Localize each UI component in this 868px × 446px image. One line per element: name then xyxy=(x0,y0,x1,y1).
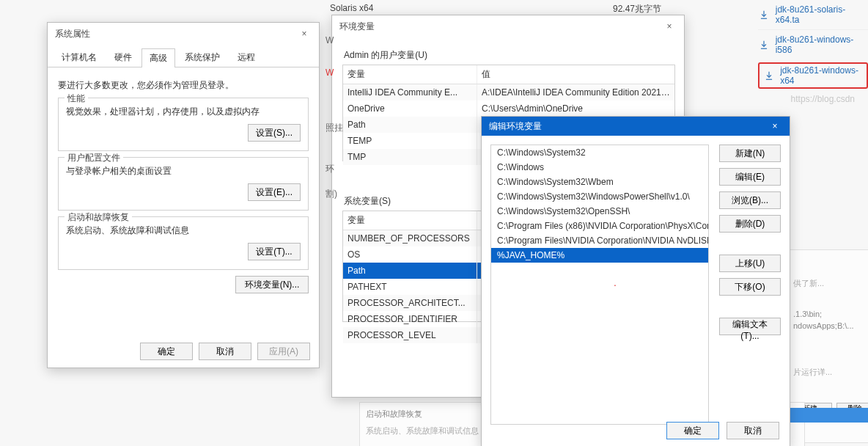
user-profiles-group: 用户配置文件 与登录帐户相关的桌面设置 设置(E)... xyxy=(58,157,309,211)
close-icon[interactable]: × xyxy=(765,118,785,134)
list-item[interactable]: C:\Program Files (x86)\NVIDIA Corporatio… xyxy=(491,219,708,233)
path-list[interactable]: C:\Windows\System32C:\WindowsC:\Windows\… xyxy=(490,145,709,425)
env-vars-button[interactable]: 环境变量(N)... xyxy=(235,276,309,293)
ghost-line: ndowsApps;B:\... xyxy=(793,321,868,330)
table-row[interactable]: OneDriveC:\Users\Admin\OneDrive xyxy=(343,100,674,117)
download-label: jdk-8u261-windows-x64 xyxy=(780,65,862,86)
new-button[interactable]: 新建(N) xyxy=(719,145,781,162)
red-dot: . xyxy=(614,277,617,288)
cancel-button[interactable]: 取消 xyxy=(199,343,251,360)
perf-settings-button[interactable]: 设置(S)... xyxy=(248,124,301,142)
cancel-button[interactable]: 取消 xyxy=(727,422,779,439)
bg-size: 92.47兆字节 xyxy=(613,3,661,15)
move-up-button[interactable]: 上移(U) xyxy=(719,255,781,272)
user-vars-label: Admin 的用户变量(U) xyxy=(344,49,674,62)
col-variable: 变量 xyxy=(343,65,477,84)
download-label: jdk-8u261-solaris-x64.ta xyxy=(776,4,868,25)
delete-button[interactable]: 删除(D) xyxy=(719,215,781,233)
list-item[interactable]: %JAVA_HOME% xyxy=(491,248,708,263)
download-label: jdk-8u261-windows-i586 xyxy=(776,34,868,55)
close-icon[interactable]: × xyxy=(294,26,315,42)
group-legend: 启动和故障恢复 xyxy=(65,211,132,224)
tab-remote[interactable]: 远程 xyxy=(229,48,263,67)
group-desc: 视觉效果，处理器计划，内存使用，以及虚拟内存 xyxy=(66,106,301,118)
performance-group: 性能 视觉效果，处理器计划，内存使用，以及虚拟内存 设置(S)... xyxy=(58,98,309,151)
list-item[interactable]: C:\Windows\System32\OpenSSH\ xyxy=(491,204,708,219)
browse-button[interactable]: 浏览(B)... xyxy=(719,191,781,209)
ghost-line: .1.3\bin; xyxy=(793,310,868,318)
list-item[interactable]: C:\Windows\System32\Wbem xyxy=(491,175,708,189)
group-legend: 性能 xyxy=(65,92,88,105)
download-link-2[interactable]: jdk-8u261-windows-i586 xyxy=(758,29,868,59)
profile-settings-button[interactable]: 设置(E)... xyxy=(248,183,301,201)
bg-solaris: Solaris x64 xyxy=(330,3,373,13)
startup-settings-button[interactable]: 设置(T)... xyxy=(248,243,301,260)
download-icon xyxy=(758,39,770,51)
edit-text-button[interactable]: 编辑文本(T)... xyxy=(719,318,781,335)
tab-computer-name[interactable]: 计算机名 xyxy=(54,48,105,67)
download-link-1[interactable]: jdk-8u261-solaris-x64.ta xyxy=(758,0,868,29)
close-icon[interactable]: × xyxy=(659,18,680,34)
group-desc: 与登录帐户相关的桌面设置 xyxy=(66,165,301,178)
edit-button[interactable]: 编辑(E) xyxy=(719,168,781,186)
list-item[interactable]: C:\Windows xyxy=(491,160,708,175)
watermark: https://blog.csdn xyxy=(791,94,855,104)
ok-button[interactable]: 确定 xyxy=(666,422,719,439)
system-properties-dialog: 系统属性 × 计算机名 硬件 高级 系统保护 远程 要进行大多数更改，您必须作为… xyxy=(47,22,320,368)
col-value: 值 xyxy=(477,65,674,84)
group-desc: 系统启动、系统故障和调试信息 xyxy=(66,224,301,237)
tab-hardware[interactable]: 硬件 xyxy=(106,48,140,67)
table-row[interactable]: IntelliJ IDEA Community E...A:\IDEA\Inte… xyxy=(343,84,674,100)
dialog-title: 系统属性 xyxy=(55,28,90,40)
download-link-3[interactable]: jdk-8u261-windows-x64 xyxy=(758,62,868,89)
download-icon xyxy=(758,9,770,21)
edit-env-var-dialog: 编辑环境变量 × C:\Windows\System32C:\WindowsC:… xyxy=(481,116,790,446)
startup-recovery-group: 启动和故障恢复 系统启动、系统故障和调试信息 设置(T)... xyxy=(58,216,309,270)
move-down-button[interactable]: 下移(O) xyxy=(719,278,781,296)
group-legend: 用户配置文件 xyxy=(65,152,123,164)
list-item[interactable]: C:\Windows\System32\WindowsPowerShell\v1… xyxy=(491,189,708,204)
list-item[interactable]: C:\Windows\System32 xyxy=(491,145,708,160)
col-variable: 变量 xyxy=(343,211,477,230)
download-icon xyxy=(764,70,774,81)
dialog-title: 环境变量 xyxy=(339,21,375,33)
list-item[interactable]: C:\Program Files\NVIDIA Corporation\NVID… xyxy=(491,233,708,248)
admin-note: 要进行大多数更改，您必须作为管理员登录。 xyxy=(58,79,309,92)
dialog-title: 编辑环境变量 xyxy=(489,120,542,133)
ok-button[interactable]: 确定 xyxy=(140,343,193,360)
tab-system-protection[interactable]: 系统保护 xyxy=(177,48,228,67)
system-tabs: 计算机名 硬件 高级 系统保护 远程 xyxy=(48,45,319,67)
tab-advanced[interactable]: 高级 xyxy=(141,48,175,67)
apply-button[interactable]: 应用(A) xyxy=(257,343,310,360)
